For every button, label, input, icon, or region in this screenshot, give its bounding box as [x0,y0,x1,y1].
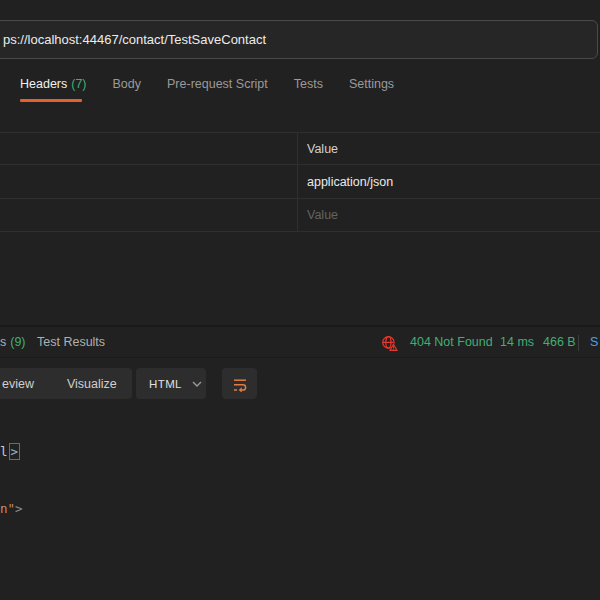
response-tab-headers-label: s [0,335,6,349]
tab-headers-count: (7) [71,77,86,91]
table-header-row: Value [0,133,600,165]
network-error-globe-icon [381,335,398,352]
tab-tests[interactable]: Tests [294,77,323,105]
chevron-down-icon [192,381,202,387]
response-tab-headers-fragment[interactable]: s(9) [0,327,26,358]
url-value: ps://localhost:44467/contact/TestSaveCon… [3,21,266,58]
response-meta-bar: s(9) Test Results 404 Not Found 14 ms 46… [0,327,600,358]
matching-bracket-highlight: > [9,443,21,460]
code-line-empty [0,556,600,575]
response-status-badge: 404 Not Found [410,327,493,358]
new-header-value-cell[interactable]: Value [298,199,600,231]
request-tabs: Headers(7) Body Pre-request Script Tests… [20,77,394,105]
tab-headers[interactable]: Headers(7) [20,77,87,105]
tab-settings[interactable]: Settings [349,77,394,105]
tab-body[interactable]: Body [113,77,142,105]
response-tab-test-results[interactable]: Test Results [37,327,105,358]
table-row: application/json [0,165,600,199]
value-column-header: Value [298,133,600,164]
response-format-dropdown[interactable]: HTML [136,368,206,399]
vertical-separator [578,335,579,351]
api-client-window: ps://localhost:44467/contact/TestSaveCon… [0,0,600,600]
response-headers-count: (9) [10,335,25,349]
tab-settings-label: Settings [349,77,394,91]
new-header-key-cell[interactable] [0,199,298,231]
wrap-lines-button[interactable] [222,368,257,399]
header-value-cell[interactable]: application/json [298,165,600,198]
url-input[interactable]: ps://localhost:44467/contact/TestSaveCon… [0,20,598,59]
headers-table: Value application/json Value [0,132,600,232]
response-body-code[interactable]: l> n"> rset="utf-8"> ror</title> ot GET … [0,404,600,600]
tab-tests-label: Tests [294,77,323,91]
header-key-cell[interactable] [0,165,298,198]
code-line: n"> [0,499,600,518]
visualize-view-button[interactable]: Visualize [67,377,117,391]
code-line: l> [0,442,600,461]
preview-view-button-fragment[interactable]: eview [2,377,34,391]
response-size: 466 B [543,327,576,358]
active-tab-underline [20,99,82,102]
tab-pre-request-script[interactable]: Pre-request Script [167,77,268,105]
response-view-switcher: eview Visualize [0,368,132,399]
save-response-button-fragment[interactable]: S [590,327,598,358]
wrap-text-icon [232,376,248,392]
table-row: Value [0,199,600,232]
response-time: 14 ms [500,327,534,358]
tab-body-label: Body [113,77,142,91]
response-format-value: HTML [149,378,182,390]
key-column-header [0,133,298,164]
tab-pre-request-script-label: Pre-request Script [167,77,268,91]
tab-headers-label: Headers [20,77,67,91]
